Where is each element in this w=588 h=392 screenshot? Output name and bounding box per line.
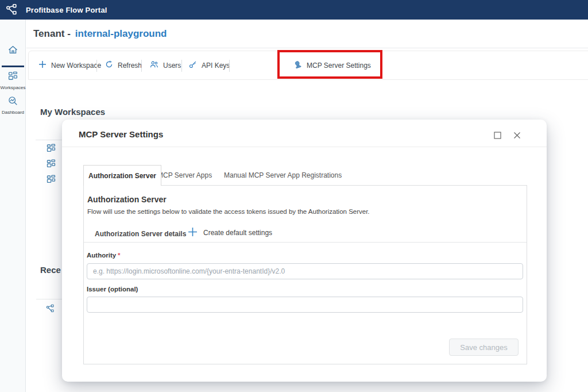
users-button[interactable]: Users (150, 51, 181, 79)
sidebar-active-indicator (2, 66, 24, 67)
dashboard-icon (8, 96, 18, 108)
recent-flow-icon[interactable] (46, 304, 55, 316)
recent-list-divider (36, 299, 62, 299)
sidebar: Workspaces Dashboard (0, 20, 26, 392)
maximize-button[interactable] (494, 131, 501, 141)
sidebar-item-home[interactable] (0, 45, 26, 58)
authorization-server-details-tab[interactable]: Authorization Server details (95, 230, 186, 238)
close-icon[interactable] (513, 131, 521, 141)
workspaces-icon (8, 71, 18, 83)
toolbar-separator (229, 60, 230, 72)
dialog-title: MCP Server Settings (79, 129, 163, 139)
app-title: Profitbase Flow Portal (26, 6, 107, 14)
mcp-server-settings-button[interactable]: MCP Server Settings (293, 51, 371, 79)
plus-icon (188, 227, 198, 239)
subtab-divider (84, 242, 527, 243)
api-keys-label: API Keys (202, 62, 230, 70)
toolbar-separator (96, 60, 97, 72)
refresh-label: Refresh (118, 62, 142, 70)
issuer-label: Issuer (optional) (87, 286, 138, 293)
tab-authorization-server[interactable]: Authorization Server (83, 165, 161, 186)
flow-logo-icon (6, 3, 18, 16)
required-asterisk: * (118, 252, 120, 259)
users-label: Users (163, 62, 181, 70)
home-icon (7, 45, 18, 58)
stamp-icon (293, 60, 302, 71)
sidebar-workspaces-label: Workspaces (1, 86, 26, 90)
workspace-row-icon[interactable] (47, 144, 56, 155)
dialog-header-divider (62, 147, 547, 147)
sidebar-item-dashboard[interactable]: Dashboard (0, 96, 26, 115)
create-default-settings-button[interactable]: Create default settings (188, 227, 272, 239)
new-workspace-label: New Workspace (51, 62, 101, 70)
refresh-button[interactable]: Refresh (105, 51, 142, 79)
issuer-input[interactable] (87, 297, 523, 313)
sidebar-dashboard-label: Dashboard (2, 110, 24, 115)
panel-description: Flow will use the settings below to vali… (87, 208, 370, 215)
toolbar-separator (181, 60, 182, 72)
panel-heading: Authorization Server (87, 195, 167, 204)
workspace-row-icon[interactable] (47, 175, 56, 186)
users-icon (150, 60, 158, 70)
page-header: Tenant - internal-playground (26, 20, 588, 48)
key-icon (189, 60, 197, 70)
plus-icon (38, 60, 47, 70)
mcp-server-settings-dialog: MCP Server Settings Authorization Server… (62, 120, 547, 382)
my-workspaces-title: My Workspaces (40, 107, 105, 117)
top-app-bar: Profitbase Flow Portal (0, 0, 588, 20)
workspace-toolbar: New Workspace Refresh Users (28, 51, 588, 80)
workspace-row-icon[interactable] (47, 159, 56, 171)
page-title: Tenant - (33, 28, 71, 40)
tenant-name: internal-playground (75, 28, 167, 40)
toolbar-separator (141, 60, 142, 72)
save-changes-button[interactable]: Save changes (449, 339, 519, 356)
tab-manual-registrations[interactable]: Manual MCP Server App Registrations (217, 166, 349, 185)
new-workspace-button[interactable]: New Workspace (38, 51, 101, 79)
sidebar-item-workspaces[interactable]: Workspaces (0, 71, 26, 90)
api-keys-button[interactable]: API Keys (189, 51, 230, 79)
app-root: Profitbase Flow Portal (0, 0, 588, 392)
create-default-settings-label: Create default settings (203, 229, 272, 237)
authority-input[interactable] (87, 263, 523, 279)
recent-section-title: Rece (40, 265, 61, 275)
refresh-icon (105, 60, 113, 70)
mcp-server-settings-label: MCP Server Settings (307, 62, 371, 70)
workspace-list-divider (36, 140, 62, 140)
authority-label: Authority* (87, 252, 121, 259)
